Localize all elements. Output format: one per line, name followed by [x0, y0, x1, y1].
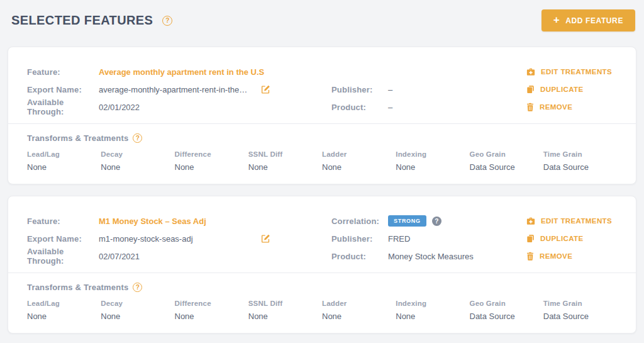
transform-col-ssnl-diff: SSNL DiffNone: [248, 300, 322, 321]
feature-card: Feature: Average monthly apartment rent …: [8, 47, 636, 184]
available-through-label: Available Through:: [27, 247, 99, 266]
feature-row: Feature: Average monthly apartment rent …: [27, 63, 331, 81]
copy-icon: [526, 234, 535, 243]
product-value: –: [388, 103, 392, 112]
available-through-value: 02/01/2022: [99, 103, 140, 112]
medkit-icon: [526, 216, 535, 225]
transforms-grid: Lead/LagNone DecayNone DifferenceNone SS…: [27, 300, 617, 321]
feature-info-column: Feature: Average monthly apartment rent …: [27, 63, 331, 116]
remove-label: REMOVE: [540, 252, 572, 260]
product-label: Product:: [331, 252, 388, 261]
transform-col-difference: DifferenceNone: [175, 150, 248, 172]
transform-col-indexing: IndexingNone: [396, 150, 469, 172]
edit-treatments-label: EDIT TREATMENTS: [541, 217, 612, 225]
transforms-title: Transforms & Treatments: [27, 133, 128, 143]
product-label: Product:: [331, 103, 388, 112]
product-value: Money Stock Measures: [388, 252, 474, 261]
card-top: Feature: Average monthly apartment rent …: [8, 47, 636, 123]
product-row: Product: Money Stock Measures: [331, 247, 526, 265]
duplicate-button[interactable]: DUPLICATE: [526, 81, 617, 98]
feature-name-link[interactable]: M1 Money Stock – Seas Adj: [99, 216, 206, 226]
export-name-value: m1-money-stock-seas-adj: [99, 234, 261, 244]
transform-col-difference: DifferenceNone: [175, 300, 248, 321]
spacer-row: [331, 63, 526, 81]
publisher-value: FRED: [388, 234, 410, 244]
feature-label: Feature:: [27, 216, 99, 226]
transform-col-decay: DecayNone: [101, 300, 174, 321]
card-actions: EDIT TREATMENTS DUPLICATE REMOVE: [526, 63, 617, 116]
help-icon[interactable]: ?: [133, 133, 142, 143]
transform-col-time-grain: Time GrainData Source: [543, 300, 617, 321]
transform-col-geo-grain: Geo GrainData Source: [470, 150, 543, 172]
transforms-title-row: Transforms & Treatments ?: [27, 283, 617, 292]
medkit-icon: [526, 67, 535, 76]
title-wrap: SELECTED FEATURES ?: [11, 13, 172, 28]
export-name-label: Export Name:: [27, 85, 99, 94]
publisher-info-column: Correlation: STRONG ? Publisher: FRED Pr…: [331, 212, 526, 265]
available-through-row: Available Through: 02/07/2021: [27, 247, 331, 265]
help-icon[interactable]: ?: [432, 216, 441, 226]
feature-card: Feature: M1 Money Stock – Seas Adj Expor…: [8, 196, 636, 334]
page-header: SELECTED FEATURES ? + ADD FEATURE: [11, 9, 635, 31]
transform-col-leadlag: Lead/LagNone: [27, 300, 101, 321]
add-feature-label: ADD FEATURE: [565, 16, 623, 25]
correlation-label: Correlation:: [331, 216, 388, 226]
duplicate-button[interactable]: DUPLICATE: [526, 230, 617, 247]
duplicate-label: DUPLICATE: [540, 235, 584, 242]
publisher-value: –: [388, 85, 392, 94]
help-icon[interactable]: ?: [162, 16, 172, 26]
feature-info-column: Feature: M1 Money Stock – Seas Adj Expor…: [27, 212, 331, 265]
card-actions: EDIT TREATMENTS DUPLICATE REMOVE: [526, 212, 617, 265]
export-name-value: average-monthly-apartment-rent-in-the…: [99, 85, 261, 94]
feature-name-link[interactable]: Average monthly apartment rent in the U.…: [99, 67, 264, 77]
transforms-title-row: Transforms & Treatments ?: [27, 133, 617, 143]
export-name-row: Export Name: average-monthly-apartment-r…: [27, 81, 331, 98]
available-through-label: Available Through:: [27, 98, 99, 116]
card-top: Feature: M1 Money Stock – Seas Adj Expor…: [8, 196, 636, 273]
transforms-section: Transforms & Treatments ? Lead/LagNone D…: [8, 273, 636, 333]
export-name-row: Export Name: m1-money-stock-seas-adj: [27, 230, 331, 247]
transform-col-ssnl-diff: SSNL DiffNone: [248, 150, 322, 172]
transform-col-time-grain: Time GrainData Source: [543, 150, 617, 172]
available-through-value: 02/07/2021: [99, 252, 140, 261]
transforms-section: Transforms & Treatments ? Lead/LagNone D…: [8, 123, 636, 184]
publisher-row: Publisher: –: [331, 81, 526, 98]
transforms-grid: Lead/LagNone DecayNone DifferenceNone SS…: [27, 150, 617, 172]
transform-col-ladder: LadderNone: [322, 150, 396, 172]
edit-treatments-button[interactable]: EDIT TREATMENTS: [526, 63, 617, 81]
remove-label: REMOVE: [540, 103, 572, 111]
publisher-label: Publisher:: [331, 85, 388, 94]
edit-treatments-button[interactable]: EDIT TREATMENTS: [526, 212, 617, 230]
add-feature-button[interactable]: + ADD FEATURE: [541, 9, 635, 31]
export-name-label: Export Name:: [27, 234, 99, 244]
correlation-row: Correlation: STRONG ?: [331, 212, 526, 230]
edit-pencil-icon[interactable]: [261, 234, 270, 244]
transform-col-decay: DecayNone: [101, 150, 174, 172]
feature-label: Feature:: [27, 67, 99, 77]
trash-icon: [526, 103, 534, 111]
product-row: Product: –: [331, 98, 526, 116]
available-through-row: Available Through: 02/01/2022: [27, 98, 331, 116]
transform-col-ladder: LadderNone: [322, 300, 396, 321]
help-icon[interactable]: ?: [133, 283, 142, 292]
copy-icon: [526, 85, 535, 94]
publisher-label: Publisher:: [331, 234, 388, 244]
correlation-badge: STRONG: [388, 215, 426, 227]
plus-icon: +: [553, 14, 560, 25]
edit-pencil-icon[interactable]: [261, 85, 270, 94]
publisher-row: Publisher: FRED: [331, 230, 526, 247]
transform-col-leadlag: Lead/LagNone: [27, 150, 101, 172]
publisher-info-column: Publisher: – Product: –: [331, 63, 526, 116]
trash-icon: [526, 252, 534, 261]
page: SELECTED FEATURES ? + ADD FEATURE Featur…: [0, 0, 644, 334]
feature-row: Feature: M1 Money Stock – Seas Adj: [27, 212, 331, 230]
page-title: SELECTED FEATURES: [11, 13, 153, 28]
edit-treatments-label: EDIT TREATMENTS: [541, 68, 612, 76]
transform-col-geo-grain: Geo GrainData Source: [470, 300, 543, 321]
duplicate-label: DUPLICATE: [540, 86, 584, 93]
remove-button[interactable]: REMOVE: [526, 98, 617, 116]
transforms-title: Transforms & Treatments: [27, 283, 128, 292]
transform-col-indexing: IndexingNone: [396, 300, 469, 321]
remove-button[interactable]: REMOVE: [526, 247, 617, 265]
